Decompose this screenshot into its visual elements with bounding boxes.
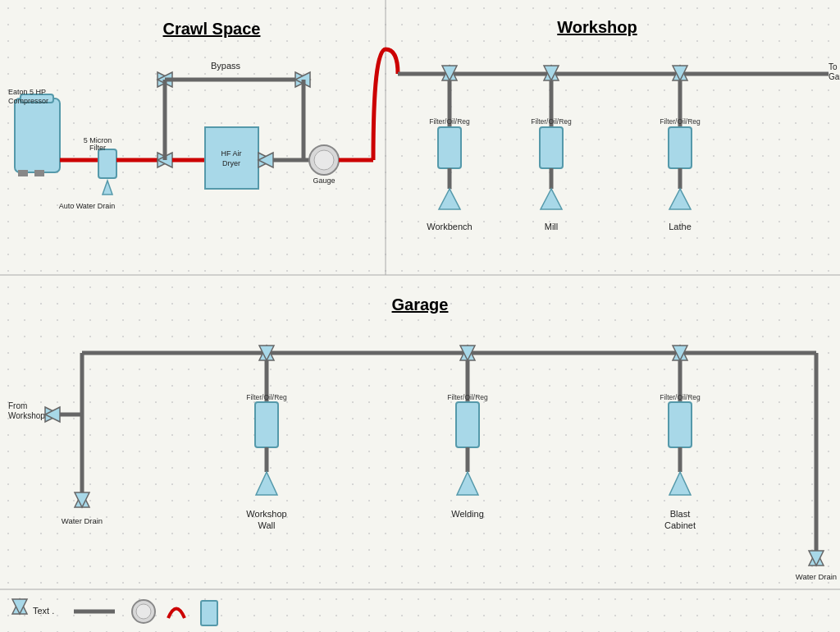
mill-label: Mill xyxy=(545,222,559,231)
workbench-label: Workbench xyxy=(427,222,472,231)
svg-rect-7 xyxy=(34,170,44,176)
compressor xyxy=(15,98,60,172)
svg-point-14 xyxy=(314,150,334,170)
filter-mill-label: Filter/Oil/Reg xyxy=(531,117,572,126)
lathe-label: Lathe xyxy=(669,222,692,231)
svg-text:Filter: Filter xyxy=(89,144,106,152)
water-drain-left-label: Water Drain xyxy=(62,516,103,525)
crawl-space-title: Crawl Space xyxy=(163,20,261,38)
blast-label: Blast xyxy=(670,509,690,519)
workshop-title: Workshop xyxy=(557,18,637,36)
from-workshop-label2: Workshop xyxy=(8,411,45,420)
gauge-label: Gauge xyxy=(313,176,335,185)
garage-title: Garage xyxy=(392,295,449,314)
filter-blast-label: Filter/Oil/Reg xyxy=(660,393,701,401)
compressor-label2: Compressor xyxy=(8,97,48,105)
filter-lathe-cyl xyxy=(669,127,692,168)
hf-air-dryer xyxy=(205,127,258,189)
filter-workbench-label: Filter/Oil/Reg xyxy=(429,117,470,126)
svg-rect-2 xyxy=(0,0,840,632)
filter-welding-label: Filter/Oil/Reg xyxy=(447,393,488,401)
legend-filter xyxy=(201,601,217,625)
dryer-label1: HF Air xyxy=(221,149,241,158)
to-garage-label: To xyxy=(829,62,838,71)
bypass-label: Bypass xyxy=(211,61,241,71)
svg-rect-6 xyxy=(18,170,28,176)
water-drain-right-label: Water Drain xyxy=(796,572,837,581)
auto-drain-label: Auto Water Drain xyxy=(59,202,116,210)
legend-text: Text . xyxy=(33,606,54,616)
workshop-wall-label: Workshop xyxy=(246,509,286,519)
filter-5micron xyxy=(98,149,116,178)
filter-lathe-label: Filter/Oil/Reg xyxy=(660,117,701,126)
filter-mill-cyl xyxy=(540,127,563,168)
filter-workbench-cyl xyxy=(438,127,461,168)
svg-point-54 xyxy=(136,604,151,619)
blast-label2: Cabinet xyxy=(664,520,696,530)
dryer-label2: Dryer xyxy=(222,159,240,167)
filter-wwall-label: Filter/Oil/Reg xyxy=(246,393,287,401)
to-garage-label2: Garage xyxy=(829,72,840,81)
workshop-wall-label2: Wall xyxy=(258,520,276,530)
filter-welding-cyl xyxy=(456,402,479,447)
compressor-label: Eaton 5 HP xyxy=(8,88,46,96)
filter-wwall-cyl xyxy=(255,402,278,447)
filter-blast-cyl xyxy=(669,402,692,447)
from-workshop-label: From xyxy=(8,401,27,410)
welding-label: Welding xyxy=(451,509,484,519)
